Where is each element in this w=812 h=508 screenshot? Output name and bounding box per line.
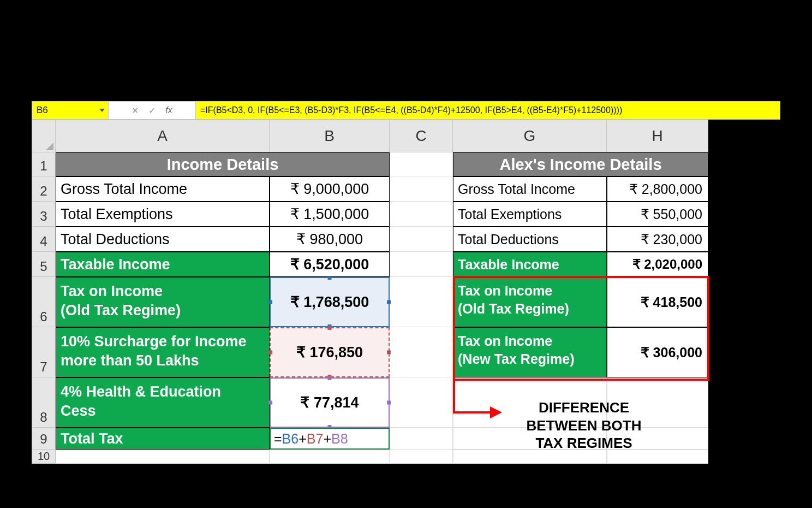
annotation-text: DIFFERENCE BETWEEN BOTH TAX REGIMES [502,399,666,452]
label-cell[interactable]: Taxable Income [56,252,270,277]
arrow-line-v [453,381,455,414]
value-cell[interactable]: ₹ 550,000 [607,202,708,227]
cell-c5[interactable] [390,252,453,277]
formula-text: =IF(B5<D3, 0, IF(B5<=E3, (B5-D3)*F3, IF(… [200,105,622,115]
row-header[interactable]: 4 [32,227,56,252]
col-header-c[interactable]: C [390,120,453,152]
value-cell[interactable]: ₹ 9,000,000 [270,176,390,202]
cell-c9[interactable] [390,428,453,450]
label-cell[interactable]: Total Tax [56,428,270,450]
row-header[interactable]: 8 [32,377,56,428]
name-box[interactable]: B6 [32,102,109,119]
col-header-a[interactable]: A [56,120,270,152]
dropdown-icon[interactable] [99,109,105,112]
row-header[interactable]: 2 [32,176,56,202]
cell-c1[interactable] [390,152,453,176]
label-cell[interactable]: Total Exemptions [56,202,270,227]
fx-icon[interactable]: fx [165,105,172,115]
row-header[interactable]: 10 [32,450,56,464]
value-cell[interactable]: ₹ 418,500 [607,277,708,327]
label-cell[interactable]: Tax on Income (Old Tax Regime) [56,277,270,327]
cell-b10[interactable] [270,450,390,464]
formula-cell-b9[interactable]: =B6+B7+B8 [270,428,390,450]
arrow-head-icon [490,406,502,418]
formula-bar: B6 ✕ ✓ fx =IF(B5<D3, 0, IF(B5<=E3, (B5-D… [32,101,780,120]
value-cell[interactable]: ₹ 306,000 [607,327,708,377]
label-cell[interactable]: Total Exemptions [453,202,607,227]
col-header-b[interactable]: B [270,120,390,152]
select-all-corner[interactable] [32,120,56,152]
label-cell[interactable]: Tax on Income (Old Tax Regime) [453,277,607,327]
label-cell[interactable]: Tax on Income (New Tax Regime) [453,327,607,377]
label-cell[interactable]: Total Deductions [56,227,270,252]
left-header[interactable]: Income Details [56,152,390,176]
col-header-g[interactable]: G [453,120,607,152]
column-headers: A B C G H [32,120,708,152]
label-cell[interactable]: Total Deductions [453,227,607,252]
row-header[interactable]: 3 [32,202,56,227]
value-cell[interactable]: ₹ 2,800,000 [607,176,708,202]
cell-c8[interactable] [390,377,453,428]
cell-a10[interactable] [56,450,270,464]
ref-cell-b8[interactable]: ₹ 77,814 [270,377,390,428]
row-header[interactable]: 6 [32,277,56,327]
label-cell[interactable]: Gross Total Income [453,176,607,202]
label-cell[interactable]: 4% Health & Education Cess [56,377,270,428]
value-cell[interactable]: ₹ 2,020,000 [607,252,708,277]
cell-c6[interactable] [390,277,453,327]
enter-icon[interactable]: ✓ [148,105,156,116]
value-cell[interactable]: ₹ 1,500,000 [270,202,390,227]
name-box-value: B6 [37,105,48,116]
value-cell[interactable]: ₹ 980,000 [270,227,390,252]
row-header[interactable]: 5 [32,252,56,277]
cell-c2[interactable] [390,176,453,202]
col-header-h[interactable]: H [607,120,708,152]
cell-c3[interactable] [390,202,453,227]
row-header[interactable]: 7 [32,327,56,377]
row-header[interactable]: 1 [32,152,56,176]
selected-cell-b6[interactable]: ₹ 1,768,500 [270,277,390,327]
cell-c10[interactable] [390,450,453,464]
row-header[interactable]: 9 [32,428,56,450]
right-header[interactable]: Alex's Income Details [453,152,708,176]
label-cell[interactable]: Gross Total Income [56,176,270,202]
label-cell[interactable]: 10% Surcharge for Income more than 50 La… [56,327,270,377]
value-cell[interactable]: ₹ 6,520,000 [270,252,390,277]
value-cell[interactable]: ₹ 230,000 [607,227,708,252]
formula-input[interactable]: =IF(B5<D3, 0, IF(B5<=E3, (B5-D3)*F3, IF(… [196,102,780,119]
cell-c4[interactable] [390,227,453,252]
ref-cell-b7[interactable]: ₹ 176,850 [270,327,390,377]
cell-c7[interactable] [390,327,453,377]
cancel-icon[interactable]: ✕ [132,105,139,116]
arrow-line-h [453,411,491,414]
label-cell[interactable]: Taxable Income [453,252,607,277]
formula-bar-buttons: ✕ ✓ fx [109,102,196,119]
